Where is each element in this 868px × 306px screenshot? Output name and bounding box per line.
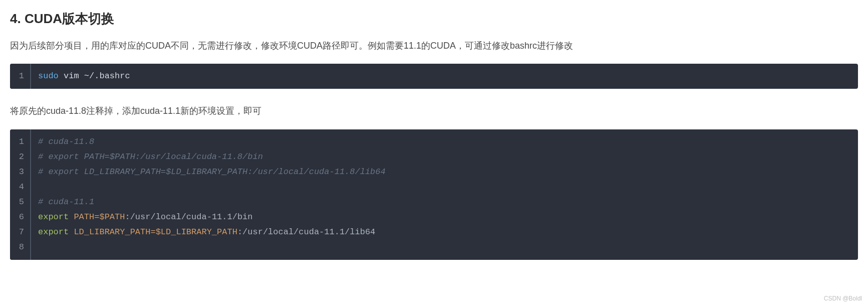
paragraph-1: 因为后续部分项目，用的库对应的CUDA不同，无需进行修改，修改环境CUDA路径即…: [10, 38, 858, 54]
code-token: # cuda-11.8: [38, 137, 94, 146]
code-gutter: 12345678: [10, 129, 30, 260]
code-line: export LD_LIBRARY_PATH=$LD_LIBRARY_PATH:…: [31, 225, 858, 240]
paragraph-2: 将原先的cuda-11.8注释掉，添加cuda-11.1新的环境设置，即可: [10, 103, 858, 119]
code-line: sudo vim ~/.bashrc: [31, 69, 858, 84]
code-content: sudo vim ~/.bashrc: [30, 64, 858, 89]
code-block-1: 1 sudo vim ~/.bashrc: [10, 64, 858, 89]
code-line: # cuda-11.8: [31, 134, 858, 149]
line-number: 2: [10, 149, 30, 165]
code-line: # export PATH=$PATH:/usr/local/cuda-11.8…: [31, 149, 858, 165]
code-content: # cuda-11.8# export PATH=$PATH:/usr/loca…: [30, 129, 858, 260]
code-token: LD_LIBRARY_PATH=$LD_LIBRARY_PATH: [74, 227, 237, 237]
section-heading: 4. CUDA版本切换: [10, 10, 858, 28]
code-line: # export LD_LIBRARY_PATH=$LD_LIBRARY_PAT…: [31, 165, 858, 180]
line-number: 3: [10, 165, 30, 180]
line-number: 4: [10, 180, 30, 195]
code-block-2: 12345678 # cuda-11.8# export PATH=$PATH:…: [10, 129, 858, 260]
code-token: # cuda-11.1: [38, 197, 94, 207]
line-number: 1: [10, 134, 30, 149]
code-line: [31, 180, 858, 195]
code-token: export: [38, 227, 69, 237]
code-token: sudo: [38, 71, 59, 81]
code-token: PATH=$PATH: [74, 212, 125, 222]
line-number: 1: [10, 69, 30, 84]
code-token: [69, 227, 74, 237]
code-token: # export PATH=$PATH:/usr/local/cuda-11.8…: [38, 152, 263, 162]
code-line: export PATH=$PATH:/usr/local/cuda-11.1/b…: [31, 210, 858, 225]
code-token: :/usr/local/cuda-11.1/lib64: [237, 227, 375, 237]
code-token: :/usr/local/cuda-11.1/bin: [125, 212, 252, 222]
code-token: [69, 212, 74, 222]
line-number: 6: [10, 210, 30, 225]
code-token: # export LD_LIBRARY_PATH=$LD_LIBRARY_PAT…: [38, 167, 386, 177]
line-number: 5: [10, 195, 30, 210]
line-number: 7: [10, 225, 30, 240]
code-line: # cuda-11.1: [31, 195, 858, 210]
code-line: [31, 240, 858, 255]
line-number: 8: [10, 240, 30, 255]
code-token: vim ~/.bashrc: [59, 71, 130, 81]
code-token: export: [38, 212, 69, 222]
code-gutter: 1: [10, 64, 30, 89]
